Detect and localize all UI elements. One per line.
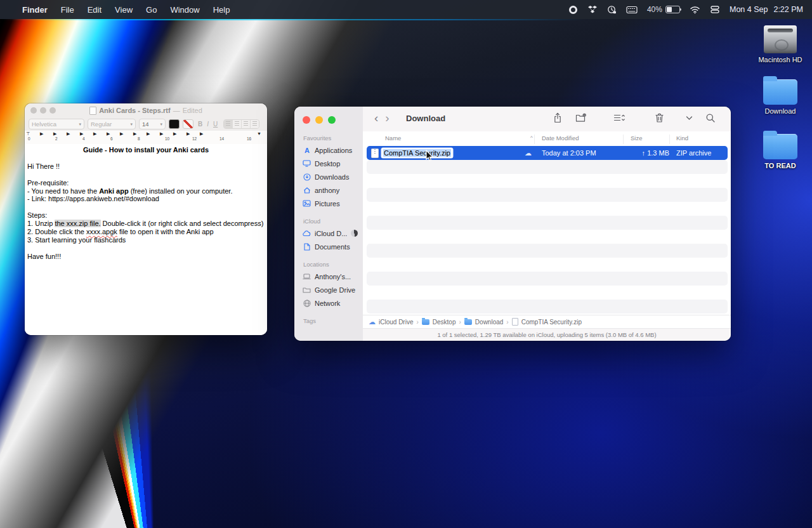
text-color-swatch[interactable] [169, 119, 180, 129]
sidebar-item-label: iCloud D... [315, 230, 347, 237]
clock-lock-icon[interactable] [607, 5, 617, 15]
desktop-icon [303, 160, 311, 167]
align-right-icon[interactable] [242, 120, 251, 128]
icloud-sync-progress-icon [351, 230, 358, 237]
tab-stop-icon: ▶ [147, 131, 150, 137]
path-separator: › [416, 319, 418, 326]
document-text-area[interactable]: Guide - How to install your Anki cards H… [25, 144, 267, 335]
path-item-desktop[interactable]: Desktop [433, 319, 456, 326]
keyboard-icon[interactable] [626, 6, 638, 14]
back-button[interactable]: ‹ [374, 111, 378, 125]
doc-step1: 1. Unzip the xxx.zip file. Double-click … [27, 220, 265, 228]
filename-edit-field[interactable]: CompTIA Security.zip [382, 148, 452, 157]
dropbox-icon[interactable] [587, 5, 598, 14]
font-family-select[interactable]: Helvetica▾ [29, 119, 84, 129]
menu-item-go[interactable]: Go [146, 5, 157, 15]
font-size-select[interactable]: 14▾ [139, 119, 166, 129]
more-options-button[interactable] [679, 116, 699, 121]
ruler-label: 6 [110, 136, 113, 141]
finder-sidebar: Favourites A Applications Desktop Downlo… [294, 107, 363, 341]
sidebar-item-label: Desktop [315, 160, 340, 168]
zoom-button[interactable] [49, 107, 56, 114]
sidebar-item-network[interactable]: Network [299, 296, 358, 310]
right-margin-marker-icon: ▼ [257, 131, 261, 137]
desktop-icon-label: Download [754, 107, 807, 115]
column-header-kind[interactable]: Kind [676, 135, 688, 142]
sidebar-item-anthonys-mac[interactable]: Anthony's... [299, 270, 358, 283]
close-button[interactable] [30, 107, 37, 114]
ruler-label: 8 [138, 136, 140, 141]
folder-icon [763, 79, 797, 105]
menu-item-finder[interactable]: Finder [22, 5, 48, 15]
align-center-icon[interactable] [233, 120, 242, 128]
sidebar-item-documents[interactable]: Documents [299, 240, 358, 253]
file-list[interactable]: CompTIA Security.zip ☁ Today at 2:03 PM … [363, 145, 731, 315]
sidebar-item-desktop[interactable]: Desktop [299, 157, 358, 170]
desktop-icon-macintosh-hd[interactable]: Macintosh HD [754, 25, 807, 63]
document-proxy-icon[interactable] [89, 107, 96, 115]
search-button[interactable] [699, 113, 722, 123]
minimize-button[interactable] [40, 107, 46, 114]
stack-icon[interactable] [710, 5, 720, 14]
status-bar: 1 of 1 selected, 1.29 TB available on iC… [363, 328, 731, 341]
empty-row-stripe [367, 272, 728, 286]
bold-button[interactable]: B [198, 121, 202, 128]
ruler[interactable]: ⊤ ▶ ▶ ▶ ▶ ▶ ▶ ▶ ▶ ▶ ▶ ▶ ▶ ▶ ▼ 0 2 4 6 8 … [25, 131, 267, 145]
column-header-size[interactable]: Size [631, 135, 642, 142]
background-color-swatch[interactable] [183, 119, 193, 129]
menu-item-view[interactable]: View [115, 5, 133, 15]
sidebar-item-pictures[interactable]: Pictures [299, 197, 358, 210]
share-button[interactable] [546, 112, 569, 123]
sidebar-item-label: Google Drive [315, 286, 355, 294]
path-bar: ☁ iCloud Drive › Desktop › Download › Co… [363, 315, 731, 328]
mouse-cursor [426, 150, 434, 164]
battery-percent-label: 40% [647, 5, 662, 14]
path-item-file[interactable]: CompTIA Security.zip [521, 319, 582, 326]
alignment-buttons[interactable] [223, 119, 259, 129]
ruler-label: 16 [247, 136, 251, 141]
menu-item-edit[interactable]: Edit [88, 5, 102, 15]
menu-item-help[interactable]: Help [213, 5, 230, 15]
column-header-name[interactable]: Name [385, 135, 401, 142]
sidebar-item-google-drive[interactable]: Google Drive [299, 283, 358, 296]
wifi-icon[interactable] [690, 6, 700, 14]
desktop-icon-to-read[interactable]: TO READ [754, 134, 807, 169]
forward-button[interactable]: › [385, 111, 389, 125]
empty-row-stripe [367, 188, 728, 202]
battery-indicator[interactable]: 40% [647, 5, 680, 14]
sidebar-item-label: anthony [315, 187, 339, 194]
minimize-button[interactable] [315, 116, 323, 124]
sidebar-item-anthony[interactable]: anthony [299, 183, 358, 197]
menu-item-file[interactable]: File [61, 5, 74, 15]
sidebar-item-applications[interactable]: A Applications [299, 143, 358, 157]
menu-bar-clock[interactable]: Mon 4 Sep 2:22 PM [730, 5, 803, 14]
italic-button[interactable]: I [207, 121, 209, 128]
close-button[interactable] [303, 116, 310, 124]
applications-icon: A [303, 147, 311, 154]
path-item-icloud-drive[interactable]: iCloud Drive [379, 319, 413, 326]
sort-ascending-icon: ^ [530, 135, 533, 140]
textedit-titlebar[interactable]: Anki Cards - Steps.rtf — Edited [25, 103, 267, 117]
record-circle-icon[interactable] [568, 5, 578, 15]
sidebar-item-downloads[interactable]: Downloads [299, 170, 358, 183]
sidebar-item-icloud-drive[interactable]: iCloud D... [299, 227, 358, 240]
path-item-download[interactable]: Download [475, 319, 503, 326]
desktop-icon-download[interactable]: Download [754, 79, 807, 115]
trash-button[interactable] [648, 112, 671, 123]
tab-stop-icon: ▶ [160, 131, 163, 137]
font-style-select[interactable]: Regular▾ [88, 119, 136, 129]
new-folder-button[interactable] [569, 113, 593, 123]
column-header-date-modified[interactable]: Date Modified [542, 135, 579, 142]
finder-toolbar[interactable]: ‹ › Download [363, 107, 731, 132]
align-left-icon[interactable] [224, 120, 233, 128]
align-justify-icon[interactable] [251, 120, 259, 128]
file-row-selected[interactable]: CompTIA Security.zip ☁ Today at 2:03 PM … [367, 146, 728, 160]
underline-button[interactable]: U [213, 121, 218, 128]
menu-item-window[interactable]: Window [170, 5, 199, 15]
view-options-button[interactable] [607, 113, 632, 122]
tab-stops[interactable]: ⊤ ▶ ▶ ▶ ▶ ▶ ▶ ▶ ▶ ▶ ▶ ▶ ▶ ▶ ▼ [25, 131, 267, 137]
zoom-button[interactable] [328, 116, 336, 124]
zip-file-icon [512, 318, 518, 326]
menu-bar: Finder File Edit View Go Window Help [0, 0, 812, 19]
title-separator: — [173, 107, 180, 114]
